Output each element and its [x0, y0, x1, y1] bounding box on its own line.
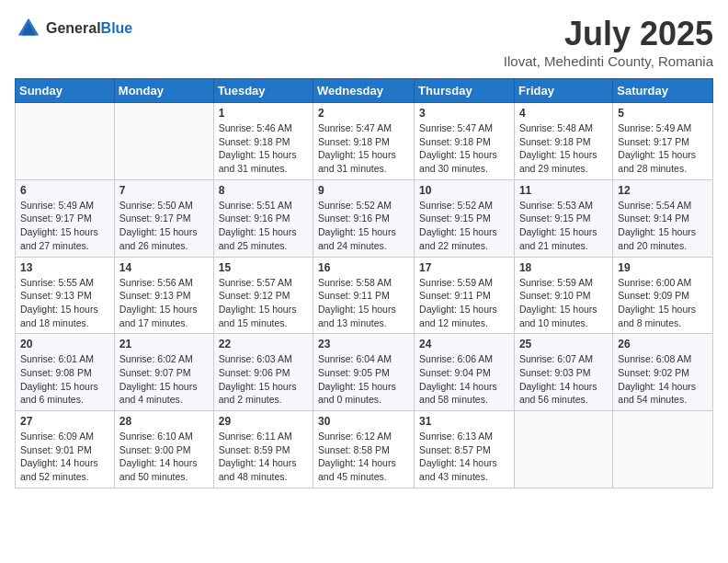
- day-number: 4: [519, 107, 608, 120]
- day-info: Sunrise: 6:06 AMSunset: 9:04 PMDaylight:…: [419, 352, 509, 407]
- day-number: 26: [618, 338, 708, 350]
- calendar-cell-w2-d5: 10Sunrise: 5:52 AMSunset: 9:15 PMDayligh…: [415, 179, 515, 257]
- day-number: 14: [119, 261, 209, 274]
- day-info: Sunrise: 5:59 AMSunset: 9:10 PMDaylight:…: [519, 276, 608, 330]
- logo-blue: Blue: [101, 20, 133, 37]
- calendar-cell-w1-d5: 3Sunrise: 5:47 AMSunset: 9:18 PMDaylight…: [415, 103, 515, 180]
- day-info: Sunrise: 5:53 AMSunset: 9:15 PMDaylight:…: [519, 199, 608, 253]
- day-number: 29: [219, 415, 308, 428]
- header-wednesday: Wednesday: [313, 79, 415, 103]
- logo-icon: [15, 15, 42, 42]
- page-header: General Blue July 2025 Ilovat, Mehedinti…: [15, 15, 713, 69]
- day-number: 10: [419, 184, 509, 197]
- day-info: Sunrise: 6:04 AMSunset: 9:05 PMDaylight:…: [318, 352, 409, 407]
- calendar-cell-w3-d2: 14Sunrise: 5:56 AMSunset: 9:13 PMDayligh…: [114, 257, 213, 334]
- calendar-cell-w5-d2: 28Sunrise: 6:10 AMSunset: 9:00 PMDayligh…: [114, 411, 213, 488]
- calendar-cell-w4-d3: 22Sunrise: 6:03 AMSunset: 9:06 PMDayligh…: [213, 334, 313, 411]
- day-info: Sunrise: 5:51 AMSunset: 9:16 PMDaylight:…: [219, 199, 308, 253]
- day-number: 9: [318, 184, 409, 197]
- calendar-cell-w1-d4: 2Sunrise: 5:47 AMSunset: 9:18 PMDaylight…: [313, 103, 415, 180]
- calendar-cell-w2-d6: 11Sunrise: 5:53 AMSunset: 9:15 PMDayligh…: [514, 179, 612, 257]
- logo: General Blue: [15, 15, 132, 42]
- location-title: Ilovat, Mehedinti County, Romania: [504, 53, 713, 69]
- calendar-cell-w5-d7: [613, 411, 713, 488]
- day-info: Sunrise: 6:13 AMSunset: 8:57 PMDaylight:…: [419, 430, 509, 484]
- calendar-week-5: 27Sunrise: 6:09 AMSunset: 9:01 PMDayligh…: [16, 411, 713, 488]
- header-saturday: Saturday: [613, 79, 713, 103]
- calendar-cell-w1-d2: [114, 103, 213, 180]
- day-number: 5: [618, 107, 708, 120]
- day-info: Sunrise: 5:52 AMSunset: 9:15 PMDaylight:…: [419, 199, 509, 253]
- calendar-cell-w4-d4: 23Sunrise: 6:04 AMSunset: 9:05 PMDayligh…: [313, 334, 415, 411]
- logo-general: General: [46, 20, 101, 37]
- day-number: 17: [419, 261, 509, 274]
- day-number: 2: [318, 107, 409, 120]
- day-info: Sunrise: 5:49 AMSunset: 9:17 PMDaylight:…: [618, 121, 708, 176]
- header-tuesday: Tuesday: [213, 79, 313, 103]
- day-info: Sunrise: 5:59 AMSunset: 9:11 PMDaylight:…: [419, 276, 509, 330]
- calendar-cell-w2-d7: 12Sunrise: 5:54 AMSunset: 9:14 PMDayligh…: [613, 179, 713, 257]
- day-number: 18: [519, 261, 608, 274]
- calendar-cell-w4-d2: 21Sunrise: 6:02 AMSunset: 9:07 PMDayligh…: [114, 334, 213, 411]
- day-number: 7: [119, 184, 209, 197]
- calendar-table: Sunday Monday Tuesday Wednesday Thursday…: [15, 78, 713, 488]
- calendar-week-4: 20Sunrise: 6:01 AMSunset: 9:08 PMDayligh…: [16, 334, 713, 411]
- month-title: July 2025: [504, 15, 713, 53]
- calendar-cell-w1-d6: 4Sunrise: 5:48 AMSunset: 9:18 PMDaylight…: [514, 103, 612, 180]
- calendar-cell-w1-d3: 1Sunrise: 5:46 AMSunset: 9:18 PMDaylight…: [213, 103, 313, 180]
- calendar-cell-w4-d6: 25Sunrise: 6:07 AMSunset: 9:03 PMDayligh…: [514, 334, 612, 411]
- day-info: Sunrise: 6:10 AMSunset: 9:00 PMDaylight:…: [119, 430, 209, 484]
- day-info: Sunrise: 5:47 AMSunset: 9:18 PMDaylight:…: [419, 121, 509, 176]
- day-number: 1: [219, 107, 308, 120]
- calendar-cell-w3-d5: 17Sunrise: 5:59 AMSunset: 9:11 PMDayligh…: [415, 257, 515, 334]
- day-info: Sunrise: 5:48 AMSunset: 9:18 PMDaylight:…: [519, 121, 608, 176]
- day-info: Sunrise: 5:57 AMSunset: 9:12 PMDaylight:…: [219, 276, 308, 330]
- day-number: 16: [318, 261, 409, 274]
- day-number: 30: [318, 415, 409, 428]
- day-info: Sunrise: 5:52 AMSunset: 9:16 PMDaylight:…: [318, 199, 409, 253]
- day-info: Sunrise: 5:50 AMSunset: 9:17 PMDaylight:…: [119, 199, 209, 253]
- calendar-cell-w4-d1: 20Sunrise: 6:01 AMSunset: 9:08 PMDayligh…: [16, 334, 115, 411]
- title-area: July 2025 Ilovat, Mehedinti County, Roma…: [504, 15, 713, 69]
- day-info: Sunrise: 6:11 AMSunset: 8:59 PMDaylight:…: [219, 430, 308, 484]
- day-number: 28: [119, 415, 209, 428]
- calendar-cell-w5-d6: [514, 411, 612, 488]
- day-number: 3: [419, 107, 509, 120]
- calendar-cell-w1-d1: [16, 103, 115, 180]
- calendar-cell-w4-d7: 26Sunrise: 6:08 AMSunset: 9:02 PMDayligh…: [613, 334, 713, 411]
- calendar-cell-w2-d3: 8Sunrise: 5:51 AMSunset: 9:16 PMDaylight…: [213, 179, 313, 257]
- day-info: Sunrise: 6:12 AMSunset: 8:58 PMDaylight:…: [318, 430, 409, 484]
- day-number: 27: [20, 415, 109, 428]
- calendar-cell-w4-d5: 24Sunrise: 6:06 AMSunset: 9:04 PMDayligh…: [415, 334, 515, 411]
- day-info: Sunrise: 5:58 AMSunset: 9:11 PMDaylight:…: [318, 276, 409, 330]
- day-info: Sunrise: 6:02 AMSunset: 9:07 PMDaylight:…: [119, 352, 209, 407]
- calendar-cell-w3-d6: 18Sunrise: 5:59 AMSunset: 9:10 PMDayligh…: [514, 257, 612, 334]
- day-info: Sunrise: 6:03 AMSunset: 9:06 PMDaylight:…: [219, 352, 308, 407]
- day-number: 21: [119, 338, 209, 350]
- calendar-cell-w3-d1: 13Sunrise: 5:55 AMSunset: 9:13 PMDayligh…: [16, 257, 115, 334]
- day-info: Sunrise: 6:08 AMSunset: 9:02 PMDaylight:…: [618, 352, 708, 407]
- calendar-cell-w3-d7: 19Sunrise: 6:00 AMSunset: 9:09 PMDayligh…: [613, 257, 713, 334]
- calendar-cell-w3-d4: 16Sunrise: 5:58 AMSunset: 9:11 PMDayligh…: [313, 257, 415, 334]
- calendar-cell-w5-d4: 30Sunrise: 6:12 AMSunset: 8:58 PMDayligh…: [313, 411, 415, 488]
- day-number: 6: [20, 184, 109, 197]
- day-info: Sunrise: 5:55 AMSunset: 9:13 PMDaylight:…: [20, 276, 109, 330]
- header-thursday: Thursday: [415, 79, 515, 103]
- day-number: 11: [519, 184, 608, 197]
- day-number: 20: [20, 338, 109, 350]
- day-number: 13: [20, 261, 109, 274]
- day-info: Sunrise: 6:00 AMSunset: 9:09 PMDaylight:…: [618, 276, 708, 330]
- day-number: 31: [419, 415, 509, 428]
- day-number: 23: [318, 338, 409, 350]
- calendar-week-2: 6Sunrise: 5:49 AMSunset: 9:17 PMDaylight…: [16, 179, 713, 257]
- header-monday: Monday: [114, 79, 213, 103]
- day-info: Sunrise: 6:07 AMSunset: 9:03 PMDaylight:…: [519, 352, 608, 407]
- calendar-cell-w3-d3: 15Sunrise: 5:57 AMSunset: 9:12 PMDayligh…: [213, 257, 313, 334]
- day-number: 19: [618, 261, 708, 274]
- day-info: Sunrise: 5:54 AMSunset: 9:14 PMDaylight:…: [618, 199, 708, 253]
- header-friday: Friday: [514, 79, 612, 103]
- day-number: 15: [219, 261, 308, 274]
- logo-text: General Blue: [46, 20, 132, 37]
- day-info: Sunrise: 5:46 AMSunset: 9:18 PMDaylight:…: [219, 121, 308, 176]
- day-number: 24: [419, 338, 509, 350]
